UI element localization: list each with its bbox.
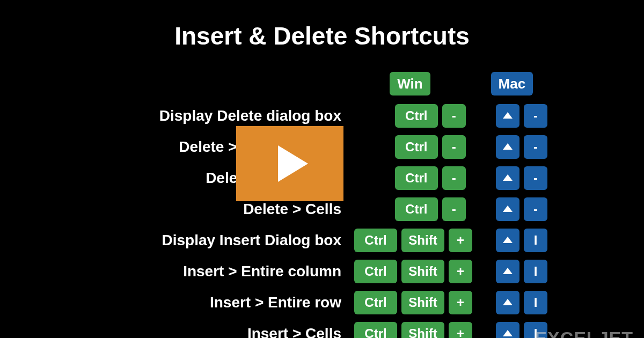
control-icon bbox=[503, 299, 513, 305]
key-^ bbox=[496, 322, 519, 338]
key--: - bbox=[524, 166, 547, 190]
shortcut-label: Insert > Entire row bbox=[75, 294, 354, 311]
win-keys: Ctrl- bbox=[354, 135, 466, 159]
key-shift: Shift bbox=[401, 322, 444, 338]
key--: - bbox=[442, 197, 466, 221]
mac-keys: I bbox=[483, 260, 547, 283]
key-^ bbox=[496, 229, 519, 252]
win-keys: CtrlShift+ bbox=[354, 260, 472, 283]
brand-watermark: EXCELJET bbox=[535, 328, 633, 338]
shortcut-label: Insert > Entire column bbox=[75, 263, 354, 280]
key--: - bbox=[524, 135, 547, 159]
win-keys: CtrlShift+ bbox=[354, 322, 472, 338]
control-icon bbox=[503, 330, 513, 336]
table-row: Insert > CellsCtrlShift+I bbox=[75, 319, 547, 338]
control-icon bbox=[503, 143, 513, 150]
key-ctrl: Ctrl bbox=[395, 104, 438, 128]
key-ctrl: Ctrl bbox=[354, 260, 397, 283]
table-row: Display Insert Dialog boxCtrlShift+I bbox=[75, 225, 547, 255]
key-shift: Shift bbox=[401, 229, 444, 252]
key-^ bbox=[496, 135, 519, 159]
mac-keys: I bbox=[483, 229, 547, 252]
table-row: Insert > Entire columnCtrlShift+I bbox=[75, 256, 547, 286]
mac-keys: - bbox=[477, 135, 547, 159]
key-+: + bbox=[449, 229, 472, 252]
shortcut-label: Delete > Cells bbox=[75, 201, 354, 218]
control-icon bbox=[503, 174, 513, 181]
win-keys: CtrlShift+ bbox=[354, 229, 472, 252]
mac-keys: - bbox=[477, 197, 547, 221]
shortcut-label: Display Delete dialog box bbox=[75, 107, 354, 124]
control-icon bbox=[503, 205, 513, 212]
win-keys: Ctrl- bbox=[354, 104, 466, 128]
key--: - bbox=[442, 166, 466, 190]
mac-keys: - bbox=[477, 104, 547, 128]
key--: - bbox=[442, 135, 466, 159]
shortcut-label: Display Insert Dialog box bbox=[75, 232, 354, 249]
key-^ bbox=[496, 291, 519, 314]
key-i: I bbox=[524, 291, 547, 314]
key-+: + bbox=[449, 260, 472, 283]
key-shift: Shift bbox=[401, 291, 444, 314]
key-+: + bbox=[449, 322, 472, 338]
control-icon bbox=[503, 112, 513, 119]
key--: - bbox=[442, 104, 466, 128]
key-ctrl: Ctrl bbox=[395, 197, 438, 221]
key-shift: Shift bbox=[401, 260, 444, 283]
key-+: + bbox=[449, 291, 472, 314]
key-^ bbox=[496, 104, 519, 128]
page-title: Insert & Delete Shortcuts bbox=[0, 21, 644, 50]
key-i: I bbox=[524, 260, 547, 283]
key-ctrl: Ctrl bbox=[354, 322, 397, 338]
mac-keys: - bbox=[477, 166, 547, 190]
key--: - bbox=[524, 104, 547, 128]
win-keys: CtrlShift+ bbox=[354, 291, 472, 314]
key-ctrl: Ctrl bbox=[354, 229, 397, 252]
shortcut-label: Insert > Cells bbox=[75, 325, 354, 338]
key-ctrl: Ctrl bbox=[395, 135, 438, 159]
header-row: . Win Mac bbox=[75, 70, 547, 98]
control-icon bbox=[503, 268, 513, 274]
key-^ bbox=[496, 260, 519, 283]
control-icon bbox=[503, 237, 513, 243]
win-keys: Ctrl- bbox=[354, 197, 466, 221]
key--: - bbox=[524, 197, 547, 221]
key-ctrl: Ctrl bbox=[354, 291, 397, 314]
play-button[interactable] bbox=[236, 126, 343, 201]
table-row: Insert > Entire rowCtrlShift+I bbox=[75, 288, 547, 318]
key-^ bbox=[496, 197, 519, 221]
shortcut-table: . Win Mac Display Delete dialog boxCtrl-… bbox=[75, 70, 547, 338]
win-keys: Ctrl- bbox=[354, 166, 466, 190]
key-^ bbox=[496, 166, 519, 190]
mac-keys: I bbox=[483, 291, 547, 314]
key-i: I bbox=[524, 229, 547, 252]
key-ctrl: Ctrl bbox=[395, 166, 438, 190]
play-icon bbox=[278, 145, 308, 182]
header-mac: Mac bbox=[491, 72, 533, 95]
header-win: Win bbox=[390, 72, 430, 95]
